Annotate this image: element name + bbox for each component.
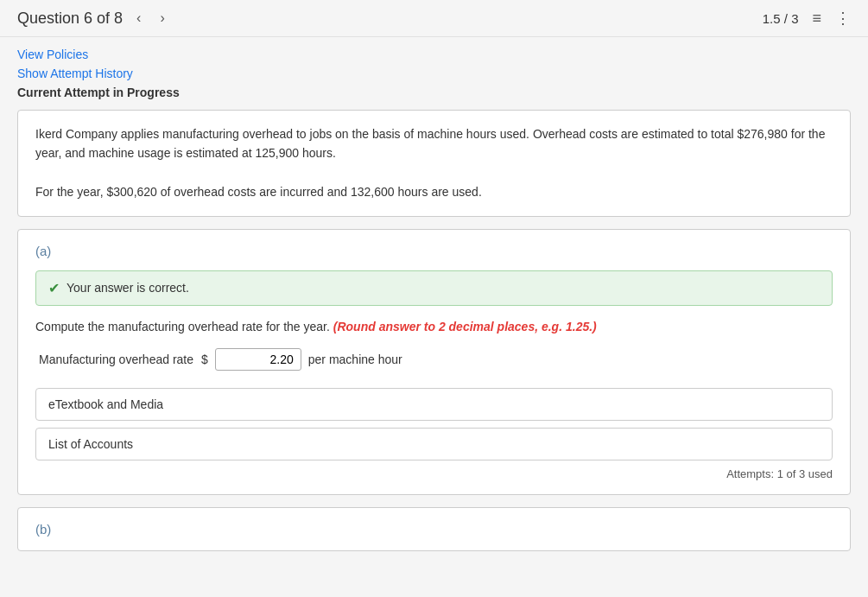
answer-input[interactable]: [215, 348, 301, 371]
top-bar-right: 1.5 / 3 ≡ ⋮: [763, 9, 851, 28]
view-policies-link[interactable]: View Policies: [17, 48, 851, 61]
instruction-note: (Round answer to 2 decimal places, e.g. …: [333, 320, 597, 333]
part-b-box: (b): [17, 507, 851, 551]
top-bar: Question 6 of 8 ‹ › 1.5 / 3 ≡ ⋮: [0, 0, 868, 37]
etextbook-button[interactable]: eTextbook and Media: [35, 388, 833, 421]
more-icon-button[interactable]: ⋮: [835, 9, 851, 28]
question-line1: Ikerd Company applies manufacturing over…: [35, 124, 833, 163]
score-display: 1.5 / 3: [763, 11, 799, 26]
dollar-sign: $: [201, 352, 208, 366]
correct-banner: ✔ Your answer is correct.: [35, 270, 833, 306]
input-row: Manufacturing overhead rate $ per machin…: [35, 348, 833, 371]
prev-button[interactable]: ‹: [131, 9, 146, 28]
main-content: View Policies Show Attempt History Curre…: [0, 37, 868, 562]
compute-instruction: Compute the manufacturing overhead rate …: [35, 318, 833, 336]
instruction-text: Compute the manufacturing overhead rate …: [35, 320, 330, 333]
per-machine-hour-label: per machine hour: [308, 352, 402, 366]
correct-text: Your answer is correct.: [67, 281, 189, 295]
list-icon-button[interactable]: ≡: [812, 10, 821, 28]
question-box: Ikerd Company applies manufacturing over…: [17, 110, 851, 217]
part-a-label: (a): [35, 244, 833, 258]
list-of-accounts-button[interactable]: List of Accounts: [35, 428, 833, 460]
part-b-label: (b): [35, 522, 833, 537]
part-a-box: (a) ✔ Your answer is correct. Compute th…: [17, 229, 851, 495]
current-attempt-label: Current Attempt in Progress: [17, 86, 851, 99]
next-button[interactable]: ›: [155, 9, 169, 28]
checkmark-icon: ✔: [48, 280, 60, 296]
field-label: Manufacturing overhead rate: [39, 352, 194, 366]
question-title: Question 6 of 8: [17, 10, 123, 28]
attempts-display: Attempts: 1 of 3 used: [35, 467, 833, 480]
question-line2: For the year, $300,620 of overhead costs…: [35, 182, 833, 201]
show-attempt-link[interactable]: Show Attempt History: [17, 67, 851, 80]
top-bar-left: Question 6 of 8 ‹ ›: [17, 9, 170, 28]
